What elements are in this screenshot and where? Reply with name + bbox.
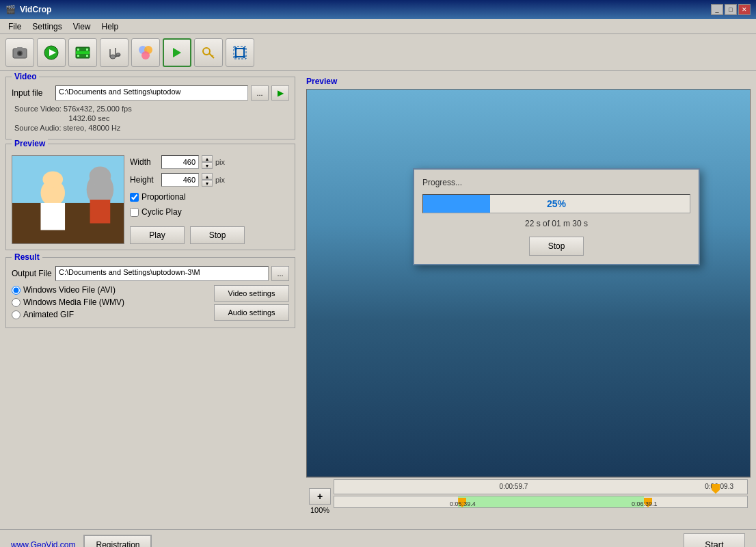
toolbar-play-button[interactable] [37,38,66,67]
width-input[interactable] [161,155,199,169]
menu-settings[interactable]: Settings [27,21,67,33]
format-gif-label: Animated GIF [23,310,74,319]
format-gif-radio[interactable] [12,310,21,319]
toolbar-effects-button[interactable] [131,38,160,67]
svg-rect-10 [86,55,88,57]
minimize-button[interactable]: _ [711,4,723,15]
start-button[interactable]: Start [684,533,745,548]
audio-settings-button[interactable]: Audio settings [214,304,289,321]
preview-controls: Play Stop [130,226,289,244]
maximize-button[interactable]: □ [725,4,737,15]
input-file-label: Input file [12,88,53,98]
width-spinner: ▲ ▼ [202,155,213,169]
video-settings-button[interactable]: Video settings [214,285,289,302]
timeline-main-bar[interactable]: 0:05:39.4 0:06:39.1 [334,496,748,508]
result-group: Result Output File C:\Documents and Sett… [5,257,295,328]
result-group-title: Result [12,252,42,262]
height-up-button[interactable]: ▲ [202,173,213,180]
svg-point-2 [18,51,22,55]
toolbar-key-button[interactable] [194,38,223,67]
toolbar-play-green-button[interactable] [163,38,191,67]
toolbar-crop-button[interactable] [226,38,254,67]
timeline-time-marker2: 0:00:59.7 [500,483,528,490]
preview-thumbnail [12,155,124,244]
format-avi-label: Windows Video File (AVI) [23,285,116,295]
video-preview: Progress... 25% 22 s of 01 m 30 s Stop [306,89,751,477]
main-content: Video Input file C:\Documents and Settin… [0,71,756,529]
preview-section: Width ▲ ▼ pix Height ▲ ▼ [12,155,289,244]
registration-button[interactable]: Registration [83,535,152,548]
source-video-duration: 1432.60 sec [12,114,289,122]
cyclic-play-checkbox[interactable] [130,208,139,217]
timeline-end-label: 0:06:39.1 [632,501,658,507]
height-input[interactable] [161,173,199,187]
input-file-field[interactable]: C:\Documents and Settings\uptodow [55,85,248,101]
preview-play-button[interactable]: ▶ [271,85,289,101]
menu-bar: File Settings View Help [0,19,756,34]
svg-rect-3 [17,47,23,49]
height-down-button[interactable]: ▼ [202,180,213,187]
svg-marker-20 [173,48,181,57]
svg-rect-7 [77,49,79,51]
output-browse-button[interactable]: ... [271,266,289,281]
toolbar-camera-button[interactable] [5,38,34,67]
format-wmv-radio[interactable] [12,298,21,307]
menu-help[interactable]: Help [96,21,124,33]
timeline-marker1[interactable] [712,484,720,494]
width-down-button[interactable]: ▼ [202,162,213,169]
preview-group-title: Preview [12,139,48,148]
source-audio-info: Source Audio: stereo, 48000 Hz [12,124,289,132]
svg-point-26 [234,47,237,50]
svg-point-19 [141,51,150,59]
cyclic-play-row: Cyclic Play [130,207,289,217]
timeline-start-label: 0:05:39.4 [450,501,476,507]
progress-percent: 25% [423,195,690,213]
window-title: VidCrop [20,5,51,14]
width-label: Width [130,157,159,167]
zoom-level-label: 100% [309,506,331,514]
browse-button[interactable]: ... [251,85,269,101]
svg-rect-37 [90,200,111,224]
right-panel-inner: Preview [306,77,751,524]
menu-file[interactable]: File [3,21,27,33]
format-avi-radio[interactable] [12,286,21,295]
width-row: Width ▲ ▼ pix [130,155,289,169]
zoom-plus-button[interactable]: + [309,488,331,505]
format-avi-row: Windows Video File (AVI) [12,285,208,295]
source-video-value: 576x432, 25.000 fps [64,105,132,113]
preview-panel-label: Preview [306,77,751,86]
menu-view[interactable]: View [68,21,96,33]
svg-rect-11 [76,51,90,54]
settings-buttons: Video settings Audio settings [214,285,289,321]
proportional-row: Proportional [130,192,289,202]
left-panel: Video Input file C:\Documents and Settin… [0,71,301,529]
preview-group: Preview [5,144,295,250]
svg-rect-33 [40,203,65,230]
close-button[interactable]: ✕ [738,4,751,15]
svg-point-27 [243,47,245,50]
progress-stop-container: Stop [422,237,690,256]
source-audio-value: stereo, 48000 Hz [64,124,121,132]
website-link[interactable]: www.GeoVid.com [11,540,75,548]
height-label: Height [130,175,159,185]
timeline-track: 0:06:09.3 0:00:59.7 0:05:39.4 0:06:39.1 [334,479,748,522]
progress-bar-container: 25% [422,194,690,213]
height-row: Height ▲ ▼ pix [130,173,289,187]
toolbar-audio-button[interactable] [100,38,129,67]
toolbar-film-button[interactable] [68,38,97,67]
source-duration-value: 1432.60 sec [68,114,109,122]
cyclic-play-label: Cyclic Play [141,207,182,217]
timeline-controls: + 100% [309,479,331,522]
stop-preview-button[interactable]: Stop [190,226,245,244]
title-bar-controls: _ □ ✕ [711,4,751,15]
source-audio-label: Source Audio: [14,124,62,132]
width-up-button[interactable]: ▲ [202,155,213,162]
output-file-label: Output File [12,269,53,278]
stop-button[interactable]: Stop [529,237,584,256]
svg-rect-24 [236,49,244,57]
progress-title: Progress... [422,178,690,187]
play-button[interactable]: Play [130,226,185,244]
output-file-field[interactable]: C:\Documents and Settings\uptodown-3\M [55,266,269,281]
svg-point-29 [243,55,245,58]
proportional-checkbox[interactable] [130,193,139,202]
